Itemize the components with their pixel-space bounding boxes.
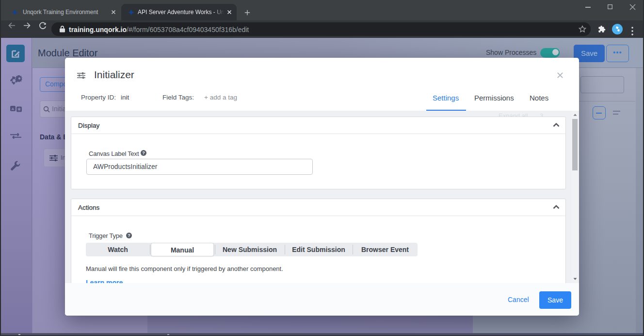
- svg-text:A: A: [12, 107, 15, 111]
